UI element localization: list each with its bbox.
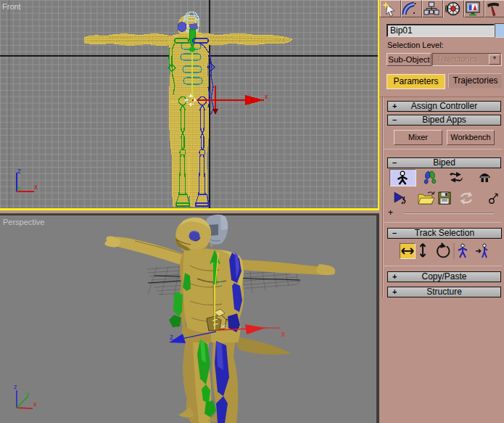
svg-text:y: y (220, 279, 223, 286)
svg-text:z: z (17, 167, 21, 175)
svg-text:Y: Y (210, 243, 213, 248)
svg-text:z: z (170, 333, 173, 341)
svg-text:y: y (26, 390, 30, 398)
svg-text:x: x (265, 93, 268, 100)
svg-text:z: z (14, 383, 17, 390)
svg-text:y: y (17, 184, 21, 192)
svg-text:x: x (33, 401, 37, 408)
svg-text:x: x (34, 183, 38, 191)
svg-text:Perspective: Perspective (3, 218, 44, 226)
svg-text:x: x (281, 330, 285, 338)
svg-text:Front: Front (2, 2, 21, 11)
